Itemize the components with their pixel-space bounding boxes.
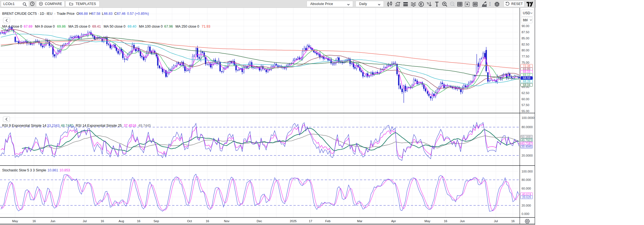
svg-text:IEU: IEU — [47, 12, 53, 16]
svg-text:10.853: 10.853 — [60, 168, 70, 172]
svg-text:MA 25 close 0: MA 25 close 0 — [68, 25, 90, 28]
svg-text:USD: USD — [523, 11, 530, 15]
svg-text:MA 250 close 0: MA 250 close 0 — [176, 25, 199, 28]
svg-text:20.000: 20.000 — [522, 204, 531, 207]
svg-text:20.0000: 20.0000 — [522, 154, 533, 157]
svg-text:Jul: Jul — [83, 219, 87, 223]
svg-text:60.000: 60.000 — [522, 187, 531, 190]
svg-text:MA 4 close 0: MA 4 close 0 — [2, 25, 22, 28]
svg-text:Apr: Apr — [391, 219, 396, 223]
svg-text:Oct: Oct — [187, 219, 192, 223]
svg-text:Dec: Dec — [257, 219, 262, 223]
svg-text:C67.46: C67.46 — [114, 12, 126, 16]
svg-text:69.41: 69.41 — [92, 25, 101, 28]
svg-text:37.4516: 37.4516 — [124, 124, 136, 128]
svg-text:33.2343: 33.2343 — [47, 124, 60, 128]
svg-text:16: 16 — [137, 219, 140, 223]
svg-text:85.00: 85.00 — [522, 37, 529, 40]
svg-text:Stochastic Slow 5 3 3 Simple: Stochastic Slow 5 3 3 Simple — [2, 168, 46, 172]
svg-text:72.38: 72.38 — [523, 64, 531, 68]
svg-text:75.00: 75.00 — [522, 61, 529, 64]
svg-text:68.28: 68.28 — [523, 80, 531, 83]
svg-text:55.00: 55.00 — [522, 109, 529, 113]
svg-text:Trade Price: Trade Price — [57, 12, 75, 16]
svg-text:50.1691: 50.1691 — [521, 135, 532, 138]
svg-text:Jun: Jun — [50, 219, 55, 223]
svg-text:49.7923: 49.7923 — [521, 138, 532, 142]
svg-text:RSI 14 Exponential Simple 25: RSI 14 Exponential Simple 25 — [76, 124, 122, 128]
svg-text:H67.58: H67.58 — [89, 12, 100, 16]
svg-text:MA 9 close 0: MA 9 close 0 — [35, 25, 55, 28]
svg-text:60.00: 60.00 — [522, 97, 529, 101]
svg-text:·: · — [54, 12, 55, 16]
svg-text:16: 16 — [32, 219, 36, 223]
svg-text:69.40: 69.40 — [128, 25, 136, 28]
svg-text:Nov: Nov — [224, 219, 229, 223]
svg-text:48.7470: 48.7470 — [61, 124, 73, 128]
svg-text:80.0000: 80.0000 — [522, 125, 533, 129]
svg-text:·: · — [38, 12, 39, 16]
svg-text:0.57 (+0.85%): 0.57 (+0.85%) — [127, 12, 149, 16]
svg-text:100.0000: 100.0000 — [522, 116, 534, 119]
svg-text:62.50: 62.50 — [522, 91, 529, 95]
svg-text:MA 100 close 0: MA 100 close 0 — [139, 25, 163, 28]
svg-text:16: 16 — [444, 219, 447, 223]
svg-text:69.86: 69.86 — [57, 25, 66, 28]
svg-text:May: May — [425, 219, 430, 223]
svg-text:16: 16 — [101, 219, 104, 223]
svg-text:80.00: 80.00 — [522, 49, 529, 52]
svg-text:17: 17 — [309, 219, 312, 223]
svg-text:Mar: Mar — [357, 219, 363, 223]
svg-text:1D: 1D — [40, 12, 44, 16]
svg-text:80.000: 80.000 — [522, 178, 531, 181]
svg-text:57.50: 57.50 — [522, 103, 529, 107]
svg-text:10.861: 10.861 — [48, 168, 58, 172]
svg-text:67.69: 67.69 — [24, 25, 32, 28]
svg-text:·: · — [45, 12, 46, 16]
svg-text:71.93: 71.93 — [202, 25, 210, 28]
svg-text:Aug: Aug — [119, 219, 124, 223]
svg-text:49.7445: 49.7445 — [138, 124, 151, 128]
svg-text:Jun: Jun — [460, 219, 465, 223]
svg-text:MA 50 close 0: MA 50 close 0 — [104, 25, 126, 28]
svg-text:16: 16 — [206, 219, 209, 223]
svg-text:L66.83: L66.83 — [102, 12, 113, 16]
svg-text:100.000: 100.000 — [522, 170, 533, 173]
svg-text:67.96: 67.96 — [164, 25, 173, 28]
svg-text:O66.88: O66.88 — [76, 12, 88, 16]
svg-text:43.7187: 43.7187 — [521, 142, 532, 145]
svg-text:BRENT CRUDE OCT5: BRENT CRUDE OCT5 — [2, 12, 37, 16]
svg-text:39.626: 39.626 — [522, 195, 531, 199]
svg-text:Feb: Feb — [325, 219, 331, 223]
svg-text:16: 16 — [511, 219, 515, 223]
svg-text:0.000: 0.000 — [522, 212, 529, 216]
svg-text:RSI 9 Exponential Simple 14: RSI 9 Exponential Simple 14 — [2, 124, 46, 128]
svg-text:bbl: bbl — [523, 18, 528, 22]
svg-text:68.04: 68.04 — [523, 83, 531, 87]
svg-text:Jul: Jul — [494, 219, 498, 223]
svg-text:39.4945: 39.4945 — [521, 145, 532, 148]
svg-text:87.50: 87.50 — [522, 30, 529, 34]
svg-text:Sep: Sep — [153, 219, 159, 223]
svg-text:90.00: 90.00 — [522, 24, 529, 28]
svg-text:82.50: 82.50 — [522, 43, 529, 46]
svg-text:May: May — [12, 219, 18, 223]
svg-text:77.50: 77.50 — [522, 55, 529, 58]
svg-text:68.59: 68.59 — [523, 76, 531, 80]
svg-text:2025: 2025 — [290, 219, 297, 223]
